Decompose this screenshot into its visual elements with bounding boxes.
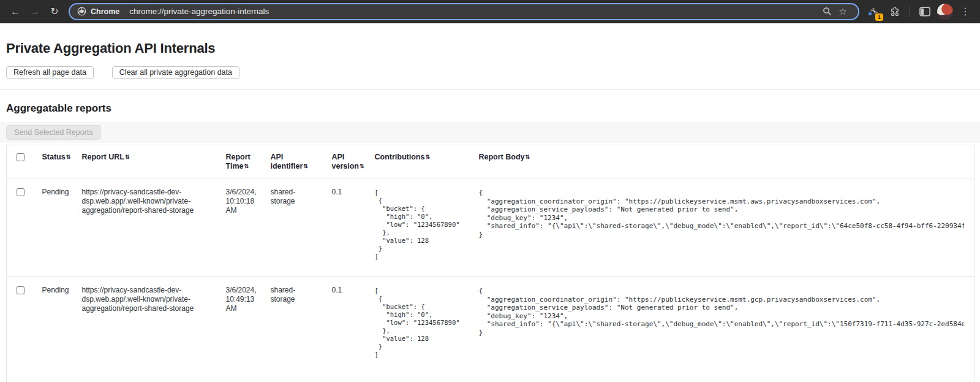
sort-icon: ⇅: [66, 154, 71, 160]
url-input[interactable]: chrome://private-aggregation-internals: [129, 7, 819, 16]
chrome-logo-icon: [77, 7, 86, 16]
page-title: Private Aggregation API Internals: [6, 40, 974, 56]
aggregatable-reports-table: Status⇅ Report URL⇅ Report Time⇅ API ide…: [6, 145, 974, 382]
page-actions: Refresh all page data Clear all private …: [6, 66, 974, 79]
profile-avatar[interactable]: [937, 4, 953, 20]
browser-menu-icon[interactable]: ⋮: [957, 3, 974, 20]
api-version-cell: 0.1: [322, 277, 365, 382]
sort-icon: ⇅: [244, 163, 249, 169]
report-time-cell: 3/6/2024, 10:10:18 AM: [216, 178, 261, 277]
reload-icon[interactable]: ↻: [45, 2, 64, 21]
api-identifier-cell: shared-storage: [261, 277, 322, 382]
header-contributions[interactable]: Contributions⇅: [365, 145, 469, 178]
row-checkbox[interactable]: [17, 188, 24, 196]
header-report-time[interactable]: Report Time⇅: [216, 145, 261, 178]
report-body-json: { "aggregation_coordinator_origin": "htt…: [479, 189, 965, 239]
header-report-url[interactable]: Report URL⇅: [72, 145, 216, 178]
report-body-json: { "aggregation_coordinator_origin": "htt…: [479, 287, 965, 337]
refresh-all-button[interactable]: Refresh all page data: [6, 66, 94, 79]
back-icon[interactable]: ←: [6, 2, 24, 21]
extension-badge: 1: [875, 13, 883, 21]
forward-icon: →: [26, 2, 44, 21]
side-panel-icon[interactable]: [916, 3, 933, 20]
header-status[interactable]: Status⇅: [32, 145, 72, 178]
select-all-checkbox[interactable]: [17, 153, 24, 161]
report-controls-strip: Send Selected Reports: [0, 122, 980, 143]
extension-scissors-icon[interactable]: ✂ 1: [865, 3, 883, 20]
sort-icon: ⇅: [303, 163, 308, 169]
report-row-2: Pending https://privacy-sandcastle-dev-d…: [7, 277, 974, 382]
send-selected-reports-button[interactable]: Send Selected Reports: [6, 125, 101, 140]
clear-all-button[interactable]: Clear all private aggregation data: [112, 66, 239, 79]
toolbar-right-cluster: ✂ 1 ⋮: [865, 3, 974, 20]
report-url-cell: https://privacy-sandcastle-dev-dsp.web.a…: [72, 277, 216, 382]
bookmark-star-icon[interactable]: ☆: [835, 6, 851, 17]
chrome-page-chip: Chrome: [77, 7, 119, 16]
address-bar[interactable]: Chrome chrome://private-aggregation-inte…: [69, 3, 859, 20]
header-api-version[interactable]: API version⇅: [322, 145, 365, 178]
chrome-chip-label: Chrome: [91, 7, 119, 16]
scissors-blue-dot: [869, 12, 872, 15]
report-row-1: Pending https://privacy-sandcastle-dev-d…: [7, 178, 974, 277]
api-identifier-cell: shared-storage: [261, 178, 322, 277]
status-cell: Pending: [32, 277, 72, 382]
toolbar-separator: [910, 6, 910, 17]
row-checkbox[interactable]: [17, 286, 24, 294]
status-cell: Pending: [32, 178, 72, 277]
sort-icon: ⇅: [360, 163, 364, 169]
browser-toolbar: ← → ↻ Chrome chrome://private-aggregatio…: [0, 0, 980, 23]
extensions-puzzle-icon[interactable]: [886, 3, 903, 20]
contributions-json: [ { "bucket": { "high": "0", "low": "123…: [375, 189, 459, 261]
sort-icon: ⇅: [526, 154, 530, 160]
aggregatable-reports-heading: Aggregatable reports: [6, 102, 974, 115]
report-url-cell: https://privacy-sandcastle-dev-dsp.web.a…: [72, 178, 216, 277]
search-icon[interactable]: [819, 7, 835, 16]
contributions-json: [ { "bucket": { "high": "0", "low": "123…: [375, 287, 459, 359]
header-report-body[interactable]: Report Body⇅: [469, 145, 974, 178]
page-content: Private Aggregation API Internals Refres…: [0, 40, 980, 382]
report-time-cell: 3/6/2024, 10:49:13 AM: [216, 277, 261, 382]
sort-icon: ⇅: [425, 154, 430, 160]
header-api-identifier[interactable]: API identifier⇅: [261, 145, 322, 178]
sort-icon: ⇅: [125, 154, 130, 160]
section-divider: [0, 90, 980, 90]
api-version-cell: 0.1: [322, 178, 365, 277]
table-header-row: Status⇅ Report URL⇅ Report Time⇅ API ide…: [7, 145, 974, 178]
